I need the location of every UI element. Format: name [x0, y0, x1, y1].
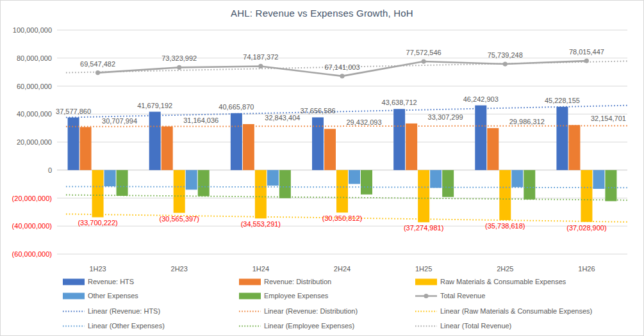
- legend-swatch-dotted-icon: [415, 307, 437, 316]
- bar-employee-expenses[interactable]: [198, 170, 210, 196]
- data-label-revenue-distribution: 29,432,093: [346, 118, 381, 126]
- bar-raw-materials-consumable-expenses[interactable]: [336, 170, 348, 212]
- bar-revenue-hts[interactable]: [393, 109, 405, 170]
- legend-item-linear-revenue-hts[interactable]: Linear (Revenue: HTS): [63, 307, 160, 316]
- bar-other-expenses[interactable]: [593, 170, 604, 189]
- plot-area[interactable]: 100,000,00080,000,00060,000,00040,000,00…: [1, 1, 644, 273]
- bar-employee-expenses[interactable]: [605, 170, 616, 202]
- legend-item-linear-raw-materials-consumable-expenses[interactable]: Linear (Raw Materials & Consumable Expen…: [415, 307, 592, 316]
- legend-swatch-bar-icon: [63, 292, 85, 300]
- bar-revenue-distribution[interactable]: [161, 127, 173, 170]
- chart-container: AHL: Revenue vs Expenses Growth, HoH 100…: [0, 0, 644, 336]
- bar-other-expenses[interactable]: [430, 170, 442, 188]
- bar-other-expenses[interactable]: [267, 170, 279, 186]
- bar-raw-materials-consumable-expenses[interactable]: [499, 170, 511, 220]
- marker-total-revenue[interactable]: [584, 58, 589, 63]
- y-tick-label: 40,000,000: [17, 110, 52, 118]
- legend-label: Linear (Employee Expenses): [264, 322, 354, 330]
- legend-label: Linear (Raw Materials & Consumable Expen…: [440, 307, 592, 316]
- bar-revenue-hts[interactable]: [556, 107, 568, 170]
- y-tick-label: 100,000,000: [13, 26, 52, 34]
- data-label-revenue-hts: 37,577,860: [56, 108, 91, 115]
- data-label-total-revenue: 78,015,447: [569, 48, 604, 56]
- bar-revenue-hts[interactable]: [312, 117, 324, 170]
- bar-other-expenses[interactable]: [104, 170, 116, 186]
- marker-total-revenue[interactable]: [258, 64, 263, 68]
- bar-revenue-distribution[interactable]: [80, 127, 92, 170]
- data-label-raw-materials-consumable-expenses: (33,700,222): [78, 219, 117, 227]
- x-tick-label: 1H24: [252, 265, 269, 273]
- marker-total-revenue[interactable]: [422, 59, 426, 63]
- data-label-revenue-distribution: 30,707,994: [102, 117, 137, 125]
- bar-other-expenses[interactable]: [511, 170, 523, 188]
- bar-employee-expenses[interactable]: [442, 170, 454, 197]
- legend-item-linear-employee-expenses[interactable]: Linear (Employee Expenses): [239, 322, 354, 330]
- bar-raw-materials-consumable-expenses[interactable]: [418, 170, 429, 223]
- legend-item-linear-revenue-distribution[interactable]: Linear (Revenue: Distribution): [239, 307, 358, 316]
- bar-revenue-distribution[interactable]: [568, 125, 580, 170]
- data-label-total-revenue: 73,323,992: [161, 54, 197, 62]
- bar-revenue-hts[interactable]: [149, 112, 161, 170]
- bar-revenue-hts[interactable]: [231, 113, 242, 170]
- marker-total-revenue[interactable]: [503, 61, 508, 66]
- data-label-raw-materials-consumable-expenses: (37,028,900): [566, 224, 606, 232]
- legend-item-raw-materials-consumable-expenses[interactable]: Raw Materials & Consumable Expenses: [415, 278, 566, 286]
- legend-swatch-dotted-icon: [415, 322, 437, 330]
- data-label-total-revenue: 74,187,372: [243, 53, 278, 61]
- data-label-revenue-distribution: 29,986,312: [509, 118, 545, 125]
- y-tick-label: (20,000,000): [12, 195, 52, 202]
- legend-label: Raw Materials & Consumable Expenses: [440, 278, 566, 286]
- data-label-revenue-distribution: 32,843,404: [265, 114, 300, 122]
- data-label-raw-materials-consumable-expenses: (34,553,291): [241, 220, 281, 228]
- data-label-raw-materials-consumable-expenses: (37,274,981): [404, 224, 443, 232]
- bar-employee-expenses[interactable]: [524, 170, 535, 200]
- legend-item-revenue-distribution[interactable]: Revenue: Distribution: [239, 278, 331, 286]
- legend-label: Linear (Revenue: Distribution): [264, 307, 358, 316]
- bar-raw-materials-consumable-expenses[interactable]: [174, 170, 185, 213]
- legend-item-total-revenue[interactable]: Total Revenue: [415, 292, 485, 300]
- legend-swatch-bar-icon: [239, 292, 261, 300]
- data-label-total-revenue: 75,739,248: [488, 51, 523, 59]
- data-label-revenue-hts: 43,638,712: [382, 99, 417, 106]
- bar-other-expenses[interactable]: [349, 170, 360, 184]
- bar-revenue-distribution[interactable]: [243, 124, 254, 170]
- data-label-total-revenue: 67,141,003: [324, 63, 359, 71]
- bar-raw-materials-consumable-expenses[interactable]: [581, 170, 592, 222]
- legend-item-revenue-hts[interactable]: Revenue: HTS: [63, 278, 134, 286]
- data-label-revenue-distribution: 33,307,299: [428, 113, 463, 121]
- bar-employee-expenses[interactable]: [117, 170, 128, 196]
- y-tick-label: 60,000,000: [17, 83, 52, 90]
- legend-swatch-bar-icon: [239, 278, 261, 286]
- bar-employee-expenses[interactable]: [279, 170, 291, 198]
- legend-item-linear-other-expenses[interactable]: Linear (Other Expenses): [63, 322, 165, 330]
- legend-swatch-dotted-icon: [63, 307, 85, 316]
- bar-revenue-distribution[interactable]: [487, 128, 499, 170]
- bar-revenue-hts[interactable]: [68, 118, 79, 170]
- legend-item-linear-total-revenue[interactable]: Linear (Total Revenue): [415, 322, 511, 330]
- legend-label: Employee Expenses: [264, 292, 328, 300]
- data-label-revenue-hts: 45,228,155: [545, 97, 580, 104]
- marker-total-revenue[interactable]: [95, 70, 100, 75]
- legend-item-other-expenses[interactable]: Other Expenses: [63, 292, 138, 300]
- trendline-other-expenses[interactable]: [66, 186, 627, 188]
- legend-label: Total Revenue: [440, 292, 485, 300]
- marker-total-revenue[interactable]: [340, 74, 344, 78]
- data-label-total-revenue: 77,572,546: [406, 49, 442, 56]
- x-tick-label: 2H23: [171, 265, 188, 273]
- data-label-raw-materials-consumable-expenses: (35,738,618): [485, 222, 525, 230]
- bar-raw-materials-consumable-expenses[interactable]: [92, 170, 104, 218]
- data-label-revenue-distribution: 31,164,036: [183, 116, 219, 124]
- data-label-revenue-hts: 41,679,192: [137, 102, 172, 109]
- bar-revenue-hts[interactable]: [475, 106, 486, 170]
- legend-label: Linear (Other Expenses): [88, 322, 165, 330]
- bar-raw-materials-consumable-expenses[interactable]: [255, 170, 267, 219]
- y-tick-label: 0: [48, 166, 52, 174]
- marker-total-revenue[interactable]: [177, 65, 181, 70]
- legend-label: Linear (Total Revenue): [440, 322, 511, 330]
- bar-revenue-distribution[interactable]: [406, 124, 417, 170]
- data-label-revenue-hts: 37,656,586: [300, 107, 335, 115]
- x-tick-label: 1H26: [578, 265, 595, 273]
- legend-item-employee-expenses[interactable]: Employee Expenses: [239, 292, 328, 300]
- bar-employee-expenses[interactable]: [361, 170, 372, 195]
- bar-revenue-distribution[interactable]: [324, 129, 336, 170]
